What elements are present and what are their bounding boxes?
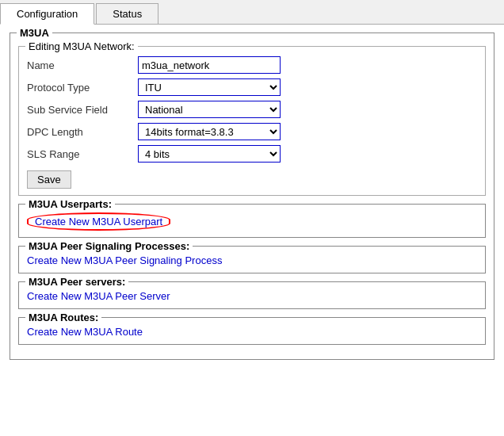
peer-signaling-section: M3UA Peer Signaling Processes: Create Ne… bbox=[18, 246, 486, 273]
tab-configuration[interactable]: Configuration bbox=[0, 3, 94, 25]
peer-signaling-link-area: Create New M3UA Peer Signaling Process bbox=[27, 251, 477, 266]
protocol-type-row: Protocol Type ITU ANSI TTC bbox=[27, 78, 477, 96]
editing-subsection-title: Editing M3UA Network: bbox=[25, 40, 138, 52]
peer-servers-title: M3UA Peer servers: bbox=[25, 276, 128, 288]
routes-title: M3UA Routes: bbox=[25, 312, 101, 323]
protocol-type-label: Protocol Type bbox=[27, 82, 138, 94]
create-route-link[interactable]: Create New M3UA Route bbox=[27, 326, 143, 338]
protocol-type-select[interactable]: ITU ANSI TTC bbox=[138, 78, 281, 96]
tabs-bar: Configuration Status bbox=[0, 0, 504, 25]
name-label: Name bbox=[27, 59, 138, 71]
tab-status[interactable]: Status bbox=[96, 3, 158, 24]
save-button[interactable]: Save bbox=[27, 170, 71, 189]
sls-range-row: SLS Range 4 bits 8 bits bbox=[27, 145, 477, 163]
userparts-title: M3UA Userparts: bbox=[25, 198, 115, 210]
sls-range-select[interactable]: 4 bits 8 bits bbox=[138, 145, 281, 163]
routes-link-area: Create New M3UA Route bbox=[27, 323, 477, 338]
create-peer-server-link[interactable]: Create New M3UA Peer Server bbox=[27, 290, 170, 302]
main-content: M3UA Editing M3UA Network: Name Protocol… bbox=[0, 25, 504, 376]
sub-service-field-select[interactable]: National International bbox=[138, 101, 281, 118]
sub-service-field-label: Sub Service Field bbox=[27, 104, 138, 116]
create-peer-signaling-link[interactable]: Create New M3UA Peer Signaling Process bbox=[27, 254, 222, 266]
sub-service-field-row: Sub Service Field National International bbox=[27, 101, 477, 118]
dpc-length-select[interactable]: 14bits format=3.8.3 24bits format=8.8.8 bbox=[138, 123, 281, 140]
routes-section: M3UA Routes: Create New M3UA Route bbox=[18, 317, 486, 345]
m3ua-section: M3UA Editing M3UA Network: Name Protocol… bbox=[10, 33, 494, 360]
name-input[interactable] bbox=[138, 56, 281, 74]
peer-servers-link-area: Create New M3UA Peer Server bbox=[27, 287, 477, 302]
save-row: Save bbox=[27, 167, 477, 189]
sls-range-label: SLS Range bbox=[27, 148, 138, 160]
dpc-length-row: DPC Length 14bits format=3.8.3 24bits fo… bbox=[27, 123, 477, 140]
userparts-link-area: Create New M3UA Userpart bbox=[27, 209, 477, 231]
m3ua-section-title: M3UA bbox=[17, 27, 52, 39]
peer-servers-section: M3UA Peer servers: Create New M3UA Peer … bbox=[18, 281, 486, 309]
create-userpart-link[interactable]: Create New M3UA Userpart bbox=[27, 212, 170, 231]
userparts-section: M3UA Userparts: Create New M3UA Userpart bbox=[18, 204, 486, 238]
name-row: Name bbox=[27, 56, 477, 74]
editing-m3ua-network-subsection: Editing M3UA Network: Name Protocol Type… bbox=[18, 46, 486, 196]
dpc-length-label: DPC Length bbox=[27, 126, 138, 138]
peer-signaling-title: M3UA Peer Signaling Processes: bbox=[25, 240, 193, 252]
